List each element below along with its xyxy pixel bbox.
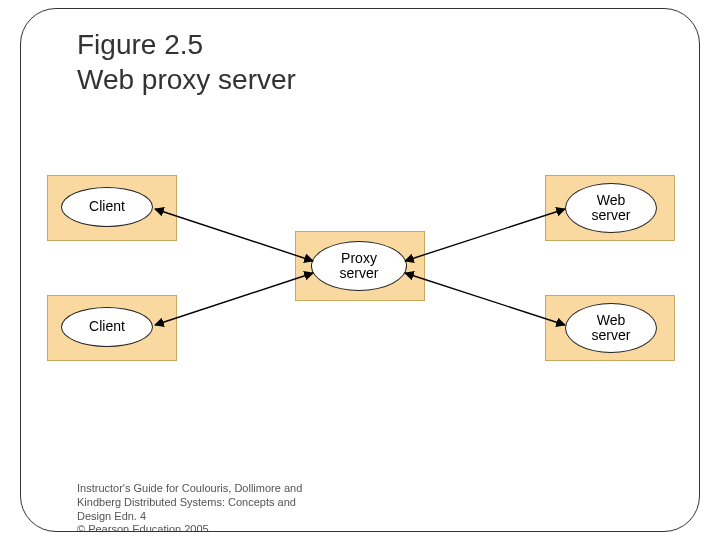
slide-frame: Figure 2.5 Web proxy server Client Clien…: [20, 8, 700, 532]
footer-credit: Instructor's Guide for Coulouris, Dollim…: [77, 482, 397, 532]
title-line-1: Figure 2.5: [77, 29, 203, 60]
edge-client2-proxy: [155, 273, 313, 325]
footer-line-1: Instructor's Guide for Coulouris, Dollim…: [77, 482, 302, 494]
footer-line-4: © Pearson Education 2005: [77, 523, 209, 532]
edge-proxy-web1: [405, 209, 565, 261]
title-line-2: Web proxy server: [77, 64, 296, 95]
diagram-arrows: [47, 169, 675, 399]
edge-proxy-web2: [405, 273, 565, 325]
proxy-diagram: Client Client Proxy server Web server We…: [47, 169, 675, 399]
edge-client1-proxy: [155, 209, 313, 261]
footer-line-3: Design Edn. 4: [77, 510, 146, 522]
footer-line-2: Kindberg Distributed Systems: Concepts a…: [77, 496, 296, 508]
figure-title: Figure 2.5 Web proxy server: [77, 27, 296, 97]
